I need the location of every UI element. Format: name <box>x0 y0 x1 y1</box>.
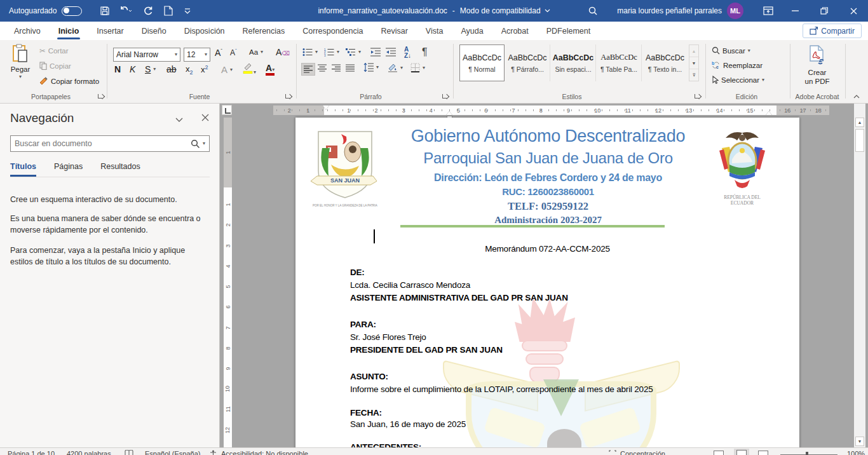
de-label[interactable]: DE: <box>350 268 365 277</box>
minimize-button[interactable] <box>780 0 810 22</box>
autosave-toggle[interactable] <box>62 6 82 16</box>
share-button[interactable]: Compartir <box>803 24 862 38</box>
tab-disposici-n[interactable]: Disposición <box>175 22 234 40</box>
clipboard-dialog-launcher[interactable] <box>97 93 104 100</box>
italic-button[interactable]: K <box>130 64 135 74</box>
font-name-combo[interactable]: Arial Narrow▾ <box>113 48 180 62</box>
shrink-font-button[interactable]: Aˇ <box>230 48 237 57</box>
accessibility-status[interactable]: Accesibilidad: No disponible <box>221 450 308 455</box>
tab-acrobat[interactable]: Acrobat <box>492 22 538 40</box>
print-layout-view-icon[interactable] <box>734 449 749 455</box>
nav-tab-paginas[interactable]: Páginas <box>54 162 83 177</box>
nav-search-chevron-icon[interactable]: ▾ <box>203 141 205 146</box>
de-name[interactable]: Lcda. Cecilia Carrasco Mendoza <box>350 280 470 290</box>
document-search-input[interactable] <box>15 139 191 148</box>
language-indicator[interactable]: Español (España) <box>145 450 200 455</box>
paste-button[interactable]: Pegar ▾ <box>6 44 34 79</box>
tab-pdfelement[interactable]: PDFelement <box>538 22 599 40</box>
zoom-level[interactable]: 100% <box>847 450 865 455</box>
new-document-icon[interactable] <box>159 0 178 22</box>
proofing-book-icon[interactable] <box>125 450 133 455</box>
bold-button[interactable]: N <box>114 64 121 74</box>
clear-formatting-button[interactable]: A⌫ <box>276 47 290 57</box>
undo-button[interactable] <box>116 0 135 22</box>
word-count[interactable]: 4200 palabras <box>67 450 111 455</box>
hanging-indent-marker[interactable] <box>446 111 452 115</box>
para-name[interactable]: Sr. José Flores Trejo <box>350 332 426 342</box>
increase-indent-button[interactable] <box>386 48 396 58</box>
read-mode-view-icon[interactable] <box>714 450 724 455</box>
focus-mode-label[interactable]: Concentración <box>620 450 665 455</box>
replace-button[interactable]: bc Reemplazar <box>712 61 763 69</box>
styles-more-button[interactable]: ⊽ <box>689 69 698 81</box>
font-dialog-launcher[interactable] <box>285 93 292 100</box>
justify-button[interactable] <box>346 64 355 73</box>
align-center-button[interactable] <box>318 64 327 73</box>
select-button[interactable]: Seleccionar▾ <box>712 76 764 84</box>
nav-search-icon[interactable] <box>191 139 200 149</box>
de-title[interactable]: ASISTENTE ADMINISTRATIVA DEL GAD PR SAN … <box>350 293 568 302</box>
autosave-control[interactable]: Autoguardado <box>9 0 82 22</box>
underline-button[interactable]: S▾ <box>145 64 156 74</box>
style-parrafo[interactable]: AaBbCcDc ¶ Párrafo... <box>505 44 550 81</box>
tab-referencias[interactable]: Referencias <box>234 22 294 40</box>
highlight-button[interactable]: ▾ <box>243 63 256 75</box>
font-size-combo[interactable]: 12▾ <box>184 48 210 62</box>
superscript-button[interactable]: x2 <box>201 64 208 74</box>
font-color-button[interactable]: A▾ <box>266 63 275 73</box>
zoom-slider[interactable] <box>780 450 837 455</box>
tab-vista[interactable]: Vista <box>417 22 452 40</box>
close-button[interactable] <box>839 0 868 22</box>
tab-archivo[interactable]: Archivo <box>5 22 50 40</box>
asunto-label[interactable]: ASUNTO: <box>350 372 388 381</box>
create-pdf-button[interactable]: Crear un PDF <box>793 45 841 86</box>
focus-mode-icon[interactable] <box>609 450 616 455</box>
show-formatting-button[interactable]: ¶ <box>422 46 428 58</box>
style-table-paragraph[interactable]: AaBbCcDc ¶ Table Pa... <box>597 44 642 81</box>
tab-correspondencia[interactable]: Correspondencia <box>294 22 372 40</box>
memo-number[interactable]: Memorándum 072-AA-CCM-2025 <box>295 244 799 254</box>
align-left-button[interactable] <box>301 63 315 76</box>
tab-dise-o[interactable]: Diseño <box>133 22 175 40</box>
subscript-button[interactable]: x2 <box>186 64 193 76</box>
tab-insertar[interactable]: Insertar <box>88 22 132 40</box>
customize-quick-access-icon[interactable] <box>178 0 197 22</box>
style-normal[interactable]: AaBbCcDc ¶ Normal <box>459 44 505 81</box>
fecha-text[interactable]: San Juan, 16 de mayo de 2025 <box>350 419 466 429</box>
line-spacing-button[interactable]: ▾ <box>363 63 379 72</box>
scroll-down-button[interactable]: ▼ <box>855 437 864 446</box>
user-name[interactable]: maria lourdes peñafiel parrales <box>617 0 722 22</box>
save-button[interactable] <box>95 0 114 22</box>
document-page[interactable]: SAN JUAN POR EL HONOR Y LA GRANDEZA DE L… <box>295 118 799 455</box>
strikethrough-button[interactable]: ab <box>166 64 177 74</box>
change-case-button[interactable]: Aa▾ <box>249 48 263 56</box>
accessibility-icon[interactable] <box>210 450 217 455</box>
redo-button[interactable] <box>139 0 158 22</box>
web-layout-view-icon[interactable] <box>758 450 768 455</box>
avatar[interactable]: ML <box>727 3 743 19</box>
styles-scroll-down-button[interactable]: ▼ <box>689 57 698 69</box>
multilevel-list-button[interactable]: ▾ <box>346 48 361 57</box>
scrollbar-thumb[interactable] <box>855 129 864 152</box>
nav-tab-resultados[interactable]: Resultados <box>100 162 140 177</box>
text-effects-button[interactable]: A▾ <box>221 64 233 75</box>
ribbon-display-options-icon[interactable] <box>759 0 778 22</box>
decrease-indent-button[interactable] <box>370 48 381 58</box>
numbering-button[interactable]: 123▾ <box>324 48 339 57</box>
scroll-up-button[interactable]: ▲ <box>855 118 864 127</box>
asunto-text[interactable]: Informe sobre el cumplimiento de la LOTA… <box>350 384 653 394</box>
styles-dialog-launcher[interactable] <box>694 93 701 100</box>
tab-revisar[interactable]: Revisar <box>372 22 416 40</box>
fecha-label[interactable]: FECHA: <box>350 408 382 418</box>
tab-ayuda[interactable]: Ayuda <box>452 22 492 40</box>
navigation-chevron-down-icon[interactable] <box>175 114 183 125</box>
paragraph-dialog-launcher[interactable] <box>442 93 449 100</box>
restore-button[interactable] <box>810 0 839 22</box>
tab-stop-selector[interactable] <box>222 105 232 115</box>
vertical-ruler[interactable]: 1 123456789101112 <box>224 118 232 447</box>
search-icon[interactable] <box>583 0 602 22</box>
format-painter-button[interactable]: Copiar formato <box>39 77 99 86</box>
horizontal-ruler[interactable]: 21 123456789101112131415 161718 <box>273 105 829 115</box>
find-button[interactable]: Buscar▾ <box>712 46 750 55</box>
style-texto-independiente[interactable]: AaBbCcDc ¶ Texto in... <box>642 44 688 81</box>
